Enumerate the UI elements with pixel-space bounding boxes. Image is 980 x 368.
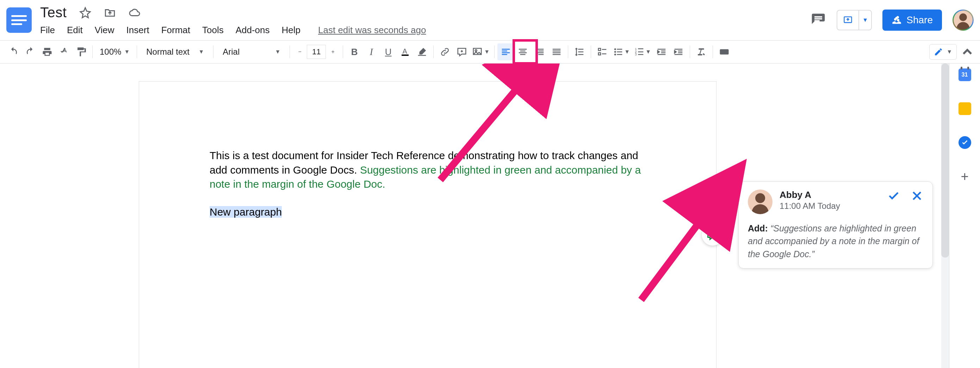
svg-rect-7 xyxy=(598,53,601,55)
separator xyxy=(690,45,690,58)
font-size-input[interactable]: 11 xyxy=(307,45,326,59)
print-button[interactable] xyxy=(39,43,56,60)
add-app-button[interactable]: + xyxy=(957,169,973,184)
svg-text:3: 3 xyxy=(635,53,637,56)
caret-down-icon: ▼ xyxy=(947,49,952,55)
svg-rect-20 xyxy=(720,50,729,55)
move-folder-icon[interactable] xyxy=(104,7,116,19)
suggestion-author-avatar xyxy=(748,189,773,214)
tasks-app-icon[interactable] xyxy=(957,135,973,150)
paragraph-2[interactable]: New paragraph xyxy=(210,205,646,219)
menu-bar: File Edit View Insert Format Tools Add-o… xyxy=(40,25,426,36)
separator xyxy=(433,45,434,58)
share-button[interactable]: Share xyxy=(883,10,942,31)
present-dropdown-icon[interactable]: ▼ xyxy=(859,11,871,30)
suggest-edits-floating-button[interactable] xyxy=(702,224,724,246)
font-family-select[interactable]: Arial▼ xyxy=(216,47,287,57)
suggestion-author-name: Abby A xyxy=(780,189,840,200)
title-bar: Test File Edit View Insert Format Tools … xyxy=(0,0,980,40)
align-left-button[interactable] xyxy=(497,43,514,60)
document-page[interactable]: This is a test document for Insider Tech… xyxy=(139,81,716,368)
insert-image-button[interactable]: ▼ xyxy=(470,43,492,60)
present-button[interactable]: ▼ xyxy=(837,10,872,30)
svg-rect-11 xyxy=(617,51,622,53)
open-comments-history-icon[interactable] xyxy=(811,12,826,28)
svg-point-8 xyxy=(614,48,616,50)
paint-format-button[interactable] xyxy=(73,43,89,60)
paragraph-1[interactable]: This is a test document for Insider Tech… xyxy=(210,149,646,192)
redo-button[interactable] xyxy=(22,43,39,60)
reject-suggestion-button[interactable] xyxy=(911,189,923,202)
suggestion-timestamp: 11:00 AM Today xyxy=(780,201,840,211)
separator xyxy=(290,45,290,58)
menu-file[interactable]: File xyxy=(40,25,55,36)
editing-mode-button[interactable]: ▼ xyxy=(929,44,957,60)
suggestion-author-block: Abby A 11:00 AM Today xyxy=(780,189,840,211)
present-icon[interactable] xyxy=(837,15,859,25)
separator xyxy=(92,45,93,58)
separator xyxy=(713,45,713,58)
calendar-app-icon[interactable]: 31 xyxy=(957,67,973,83)
increase-font-button[interactable]: + xyxy=(326,43,340,60)
paragraph-style-select[interactable]: Normal text▼ xyxy=(140,47,210,57)
svg-point-12 xyxy=(614,54,616,55)
menu-addons[interactable]: Add-ons xyxy=(235,25,270,36)
caret-down-icon: ▼ xyxy=(624,49,630,55)
separator xyxy=(568,45,568,58)
menu-tools[interactable]: Tools xyxy=(202,25,224,36)
zoom-select[interactable]: 100%▼ xyxy=(95,47,134,57)
increase-indent-button[interactable] xyxy=(670,43,687,60)
menu-view[interactable]: View xyxy=(95,25,115,36)
accept-suggestion-button[interactable] xyxy=(887,189,900,202)
clear-formatting-button[interactable] xyxy=(693,43,710,60)
vertical-scrollbar[interactable] xyxy=(941,64,949,368)
insert-link-button[interactable] xyxy=(436,43,453,60)
align-right-button[interactable] xyxy=(531,43,548,60)
caret-down-icon: ▼ xyxy=(645,49,651,55)
svg-point-5 xyxy=(475,50,477,51)
input-tools-button[interactable] xyxy=(716,43,733,60)
caret-down-icon: ▼ xyxy=(124,49,130,55)
text-color-button[interactable]: A xyxy=(397,43,414,60)
underline-button[interactable]: U xyxy=(380,43,397,60)
document-title[interactable]: Test xyxy=(40,5,67,21)
numbered-list-button[interactable]: 123▼ xyxy=(632,43,653,60)
bold-button[interactable]: B xyxy=(346,43,363,60)
separator xyxy=(591,45,591,58)
suggestion-card[interactable]: Abby A 11:00 AM Today Add: “Suggestions … xyxy=(738,181,933,269)
decrease-indent-button[interactable] xyxy=(653,43,670,60)
cloud-status-icon[interactable] xyxy=(129,7,140,19)
star-icon[interactable] xyxy=(79,7,91,19)
svg-rect-17 xyxy=(638,51,644,53)
account-avatar[interactable] xyxy=(953,10,974,31)
document-content[interactable]: This is a test document for Insider Tech… xyxy=(139,82,716,219)
collapse-toolbar-button[interactable] xyxy=(959,44,975,60)
decrease-font-button[interactable]: − xyxy=(293,43,307,60)
keep-app-icon[interactable] xyxy=(957,101,973,117)
align-center-button[interactable] xyxy=(514,43,531,60)
menu-insert[interactable]: Insert xyxy=(126,25,150,36)
highlight-color-button[interactable] xyxy=(414,43,431,60)
document-scroll-area[interactable]: This is a test document for Insider Tech… xyxy=(0,64,949,368)
svg-rect-6 xyxy=(598,48,601,50)
add-comment-floating-button[interactable] xyxy=(702,194,724,216)
bulleted-list-button[interactable]: ▼ xyxy=(611,43,632,60)
menu-format[interactable]: Format xyxy=(161,25,190,36)
align-justify-button[interactable] xyxy=(548,43,565,60)
font-size-group: − 11 + xyxy=(293,43,340,60)
floating-annotation-buttons xyxy=(702,194,724,246)
spellcheck-button[interactable] xyxy=(56,43,73,60)
undo-button[interactable] xyxy=(5,43,22,60)
add-comment-button[interactable] xyxy=(453,43,470,60)
blank-line xyxy=(210,192,646,205)
italic-button[interactable]: I xyxy=(363,43,380,60)
menu-edit[interactable]: Edit xyxy=(67,25,83,36)
scrollbar-thumb[interactable] xyxy=(941,64,949,258)
style-value: Normal text xyxy=(146,47,189,57)
caret-down-icon: ▼ xyxy=(275,49,280,55)
docs-logo-icon[interactable] xyxy=(6,7,32,33)
checklist-button[interactable] xyxy=(594,43,611,60)
last-edit-link[interactable]: Last edit was seconds ago xyxy=(318,25,426,36)
menu-help[interactable]: Help xyxy=(282,25,301,36)
line-spacing-button[interactable] xyxy=(571,43,588,60)
